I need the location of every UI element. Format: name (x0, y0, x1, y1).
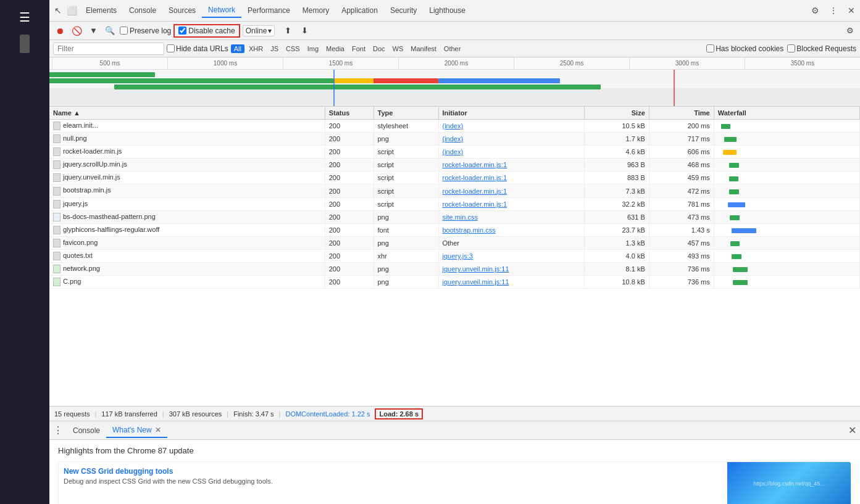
cell-initiator[interactable]: rocket-loader.min.js:1 (438, 159, 584, 171)
table-row[interactable]: jquery.js200scriptrocket-loader.min.js:1… (49, 197, 860, 210)
filter-img[interactable]: Img (304, 44, 322, 53)
cell-initiator[interactable]: (index) (438, 120, 584, 133)
filter-js[interactable]: JS (267, 44, 282, 53)
tab-whats-new[interactable]: What's New ✕ (106, 423, 167, 438)
timeline-bars[interactable] (49, 70, 860, 107)
cell-initiator[interactable]: site.min.css (438, 210, 584, 223)
timeline-area: 500 ms 1000 ms 1500 ms 2000 ms 2500 ms 3… (49, 57, 860, 107)
clear-button[interactable]: 🚫 (69, 25, 85, 37)
dom-content-loaded[interactable]: DOMContentLoaded: 1.22 s (285, 410, 370, 418)
table-row[interactable]: jquery.scrollUp.min.js200scriptrocket-lo… (49, 159, 860, 171)
tab-performance[interactable]: Performance (241, 4, 296, 17)
whats-new-card-title[interactable]: New CSS Grid debugging tools (64, 467, 716, 476)
filter-manifest[interactable]: Manifest (407, 44, 440, 53)
col-header-waterfall[interactable]: Waterfall (714, 107, 859, 120)
filter-media[interactable]: Media (323, 44, 348, 53)
col-header-initiator[interactable]: Initiator (438, 107, 584, 120)
cell-initiator[interactable]: (index) (438, 133, 584, 146)
record-button[interactable]: ⏺ (53, 25, 67, 37)
tab-elements[interactable]: Elements (80, 4, 123, 17)
table-row[interactable]: jquery.unveil.min.js200scriptrocket-load… (49, 171, 860, 184)
filter-other[interactable]: Other (441, 44, 464, 53)
cell-status: 200 (325, 133, 374, 146)
table-row[interactable]: network.png200pngjquery.unveil.min.js:11… (49, 263, 860, 276)
cell-initiator[interactable]: bootstrap.min.css (438, 223, 584, 236)
preserve-log-label[interactable]: Preserve log (120, 27, 171, 35)
tab-lighthouse[interactable]: Lighthouse (423, 4, 472, 17)
disable-cache-checkbox[interactable] (178, 27, 186, 35)
table-row[interactable]: bs-docs-masthead-pattern.png200pngsite.m… (49, 210, 860, 223)
col-header-name[interactable]: Name ▲ (49, 107, 325, 120)
download-icon[interactable]: ⬇ (299, 25, 311, 36)
table-row[interactable]: C.png200pngjquery.unveil.min.js:1110.8 k… (49, 276, 860, 289)
filter-doc[interactable]: Doc (370, 44, 388, 53)
table-row[interactable]: quotes.txt200xhrjquery.js:34.0 kB493 ms (49, 249, 860, 262)
col-header-type[interactable]: Type (374, 107, 438, 120)
close-devtools-icon[interactable]: ✕ (845, 4, 858, 17)
cell-initiator[interactable]: jquery.unveil.min.js:11 (438, 276, 584, 289)
sidebar-scroll[interactable] (20, 35, 30, 53)
table-row[interactable]: favicon.png200pngOther1.3 kB457 ms (49, 236, 860, 249)
filter-css[interactable]: CSS (283, 44, 303, 53)
more-options-icon[interactable]: ⋮ (827, 4, 840, 17)
cell-initiator[interactable]: (index) (438, 146, 584, 159)
hide-data-urls-label[interactable]: Hide data URLs (167, 44, 228, 53)
cursor-icon[interactable]: ↖ (52, 4, 64, 17)
table-row[interactable]: glyphicons-halflings-regular.woff200font… (49, 223, 860, 236)
chevron-down-icon: ▾ (268, 27, 272, 35)
filter-font[interactable]: Font (349, 44, 369, 53)
blocked-requests-checkbox[interactable] (787, 44, 795, 52)
tab-memory[interactable]: Memory (296, 4, 335, 17)
tab-console[interactable]: Console (123, 4, 162, 17)
cell-initiator[interactable]: jquery.js:3 (438, 249, 584, 262)
cell-initiator[interactable]: rocket-loader.min.js:1 (438, 184, 584, 197)
cell-initiator[interactable]: rocket-loader.min.js:1 (438, 197, 584, 210)
preserve-log-checkbox[interactable] (120, 27, 128, 35)
sidebar-menu-icon[interactable]: ☰ (14, 5, 35, 30)
cell-name: quotes.txt (49, 249, 325, 262)
tab-sources[interactable]: Sources (162, 4, 202, 17)
table-row[interactable]: null.png200png(index)1.7 kB717 ms (49, 133, 860, 146)
upload-icon[interactable]: ⬆ (282, 25, 294, 36)
bottom-panel-close[interactable]: ✕ (848, 424, 856, 436)
cell-initiator[interactable]: rocket-loader.min.js:1 (438, 171, 584, 184)
cell-type: script (374, 197, 438, 210)
search-button[interactable]: 🔍 (102, 25, 117, 36)
tab-console-bottom[interactable]: Console (67, 424, 106, 437)
settings-icon[interactable]: ⚙ (809, 4, 822, 17)
col-header-size[interactable]: Size (584, 107, 649, 120)
device-icon[interactable]: ⬜ (64, 4, 80, 17)
tab-security[interactable]: Security (384, 4, 423, 17)
cell-status: 200 (325, 171, 374, 184)
throttle-select[interactable]: Online ▾ (243, 25, 275, 36)
filter-icon[interactable]: ▼ (87, 25, 100, 36)
table-row[interactable]: rocket-loader.min.js200script(index)4.6 … (49, 146, 860, 159)
table-row[interactable]: bootstrap.min.js200scriptrocket-loader.m… (49, 184, 860, 197)
blocked-requests-label[interactable]: Blocked Requests (787, 44, 856, 53)
network-settings-icon[interactable]: ⚙ (844, 25, 856, 36)
bottom-panel-dots[interactable]: ⋮ (53, 424, 63, 436)
tab-application[interactable]: Application (335, 4, 384, 17)
cell-initiator[interactable]: jquery.unveil.min.js:11 (438, 263, 584, 276)
has-blocked-cookies-label[interactable]: Has blocked cookies (706, 44, 783, 53)
cell-size: 1.7 kB (584, 133, 649, 146)
network-table-wrap[interactable]: Name ▲ Status Type Initiator Size Time W… (49, 107, 860, 406)
tab-network[interactable]: Network (202, 3, 241, 18)
top-tab-icons: ⚙ ⋮ ✕ (809, 4, 858, 17)
col-header-time[interactable]: Time (649, 107, 714, 120)
filter-input[interactable] (53, 43, 164, 55)
whats-new-close-tab[interactable]: ✕ (155, 426, 161, 434)
cell-name: jquery.unveil.min.js (49, 171, 325, 184)
hide-data-urls-checkbox[interactable] (167, 44, 175, 52)
tick-2500: 2500 ms (514, 57, 629, 69)
filter-all[interactable]: All (231, 44, 244, 53)
disable-cache-label[interactable]: Disable cache (178, 27, 235, 35)
cell-status: 200 (325, 210, 374, 223)
has-blocked-cookies-checkbox[interactable] (706, 44, 714, 52)
whats-new-card-desc: Debug and inspect CSS Grid with the new … (64, 477, 716, 485)
filter-xhr[interactable]: XHR (246, 44, 266, 53)
table-row[interactable]: elearn.init...200stylesheet(index)10.5 k… (49, 120, 860, 133)
col-header-status[interactable]: Status (325, 107, 374, 120)
filter-ws[interactable]: WS (390, 44, 407, 53)
cell-type: script (374, 171, 438, 184)
